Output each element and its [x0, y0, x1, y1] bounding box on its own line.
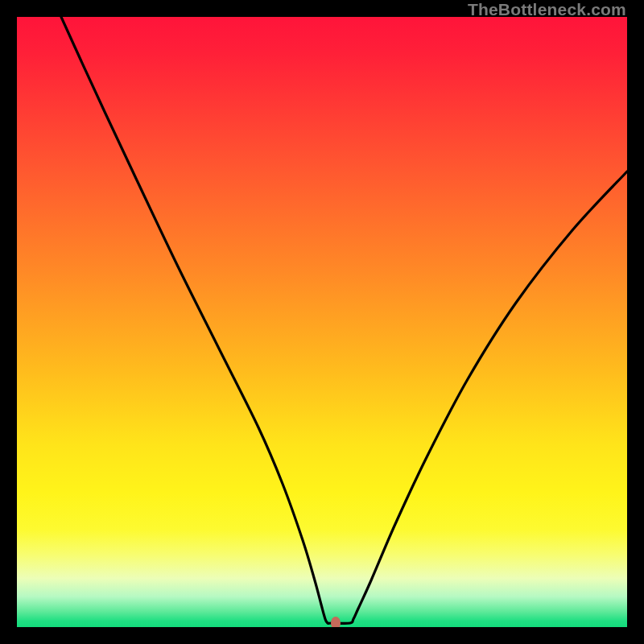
- minimum-marker: [331, 617, 341, 627]
- chart-frame: TheBottleneck.com: [0, 0, 644, 644]
- curve-path: [61, 17, 627, 623]
- plot-area: [17, 17, 627, 627]
- bottleneck-curve: [17, 17, 627, 627]
